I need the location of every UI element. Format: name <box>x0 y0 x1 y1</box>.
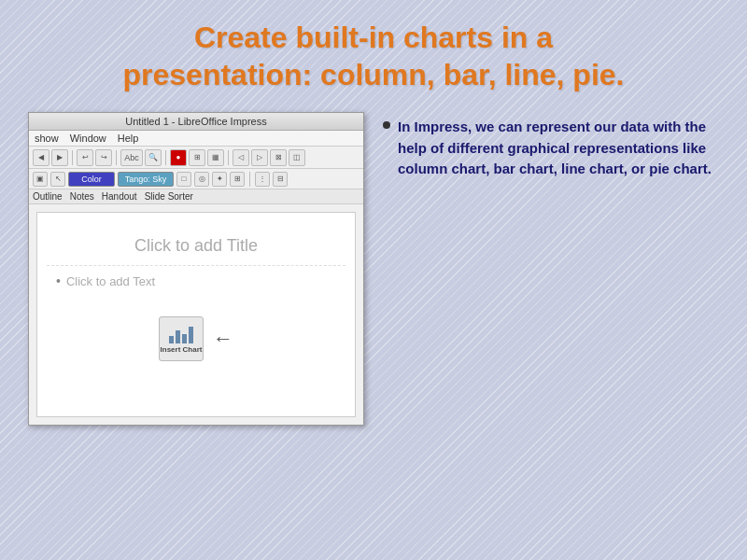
toolbar2-btn-4[interactable]: ✦ <box>212 172 227 187</box>
toolbar2-sep-1 <box>249 172 250 187</box>
toolbar-btn-abc[interactable]: Abc <box>120 149 143 166</box>
toolbar2-btn-cursor[interactable]: ↖ <box>50 172 65 187</box>
title-line2: presentation: column, bar, line, pie. <box>123 58 625 91</box>
toolbar-btn-8[interactable]: ▦ <box>207 149 224 166</box>
impress-window: Untitled 1 - LibreOffice Impress show Wi… <box>28 112 364 426</box>
toolbar-btn-3[interactable]: ↩ <box>77 149 93 166</box>
slide-title-placeholder[interactable]: Click to add Title <box>47 222 345 266</box>
color-dropdown[interactable]: Color <box>68 172 115 187</box>
toolbar-btn-6[interactable]: ● <box>170 149 187 166</box>
tango-dropdown[interactable]: Tango: Sky <box>118 172 174 187</box>
menu-show[interactable]: show <box>35 133 59 144</box>
impress-titlebar: Untitled 1 - LibreOffice Impress <box>29 113 363 131</box>
insert-chart-label: Insert Chart <box>161 345 203 354</box>
tab-handout[interactable]: Handout <box>102 191 137 202</box>
toolbar2-btn-6[interactable]: ⋮ <box>255 172 270 187</box>
toolbar-btn-11[interactable]: ⊠ <box>270 149 287 166</box>
menu-help[interactable]: Help <box>118 133 139 144</box>
impress-slide-area: Click to add Title Click to add Text Ins… <box>36 212 356 417</box>
bullet-section: In Impress, we can represent our data wi… <box>383 112 719 186</box>
slide-text-placeholder[interactable]: Click to add Text <box>47 273 345 288</box>
toolbar-btn-4[interactable]: ↪ <box>95 149 112 166</box>
toolbar-btn-12[interactable]: ◫ <box>289 149 305 166</box>
insert-chart-area: Insert Chart ← <box>159 316 233 361</box>
tab-slide-sorter[interactable]: Slide Sorter <box>145 191 193 202</box>
insert-chart-button[interactable]: Insert Chart <box>159 316 204 361</box>
impress-toolbar2: ▣ ↖ Color Tango: Sky □ ◎ ✦ ⊞ ⋮ ⊟ <box>29 169 363 189</box>
chart-bar-2 <box>176 330 180 343</box>
impress-toolbar1: ◀ ▶ ↩ ↪ Abc 🔍 ● ⊞ ▦ ◁ ▷ ⊠ ◫ <box>29 147 363 169</box>
bullet-item-1: In Impress, we can represent our data wi… <box>383 117 719 180</box>
menu-window[interactable]: Window <box>70 133 106 144</box>
chart-bar-1 <box>169 336 174 343</box>
bullet-dot-1 <box>383 121 390 129</box>
toolbar-btn-1[interactable]: ◀ <box>33 149 49 166</box>
toolbar-sep-4 <box>228 150 229 165</box>
toolbar-btn-9[interactable]: ◁ <box>233 149 249 166</box>
chart-bars-icon <box>169 325 193 343</box>
toolbar-btn-7[interactable]: ⊞ <box>189 149 205 166</box>
toolbar-btn-5[interactable]: 🔍 <box>145 149 162 166</box>
toolbar2-btn-3[interactable]: ◎ <box>194 172 209 187</box>
main-title: Create built-in charts in a presentation… <box>28 19 719 93</box>
tab-outline[interactable]: Outline <box>33 191 63 202</box>
toolbar-btn-10[interactable]: ▷ <box>251 149 268 166</box>
chart-bar-4 <box>189 327 193 343</box>
tab-notes[interactable]: Notes <box>70 191 94 202</box>
toolbar-sep-3 <box>165 150 166 165</box>
body-area: Untitled 1 - LibreOffice Impress show Wi… <box>28 112 719 426</box>
impress-menubar: show Window Help <box>29 131 363 147</box>
toolbar-sep-1 <box>72 150 73 165</box>
toolbar2-btn-1[interactable]: ▣ <box>33 172 48 187</box>
toolbar-btn-2[interactable]: ▶ <box>51 149 68 166</box>
slide-content: Create built-in charts in a presentation… <box>0 0 747 560</box>
toolbar-sep-2 <box>116 150 117 165</box>
chart-bar-3 <box>182 334 187 343</box>
toolbar2-btn-7[interactable]: ⊟ <box>273 172 288 187</box>
bullet-text-1: In Impress, we can represent our data wi… <box>398 117 719 180</box>
title-line1: Create built-in charts in a <box>194 21 553 54</box>
toolbar2-btn-5[interactable]: ⊞ <box>230 172 245 187</box>
impress-tabs: Outline Notes Handout Slide Sorter <box>29 189 363 204</box>
arrow-right-icon: ← <box>213 327 233 351</box>
toolbar2-btn-2[interactable]: □ <box>176 172 191 187</box>
